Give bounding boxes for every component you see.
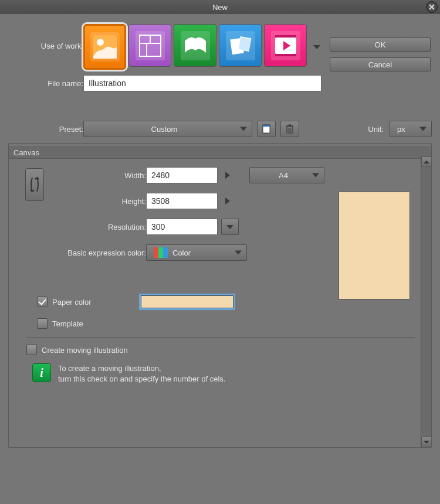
- use-of-work-label: Use of work:: [8, 42, 83, 50]
- height-label: Height:: [65, 197, 146, 206]
- resolution-dropdown[interactable]: [221, 219, 239, 235]
- color-mode-label: Basic expression color:: [65, 248, 146, 257]
- swap-arrows-icon: [29, 173, 40, 196]
- chevron-down-icon: [226, 225, 233, 229]
- help-line-2: turn this check on and specify the numbe…: [58, 374, 225, 384]
- help-text: To create a moving illustration, turn th…: [58, 363, 225, 384]
- svg-rect-7: [238, 36, 251, 51]
- scroll-down-button[interactable]: [421, 437, 432, 447]
- svg-rect-15: [289, 124, 291, 125]
- chevron-down-icon: [240, 127, 247, 131]
- svg-rect-12: [263, 125, 270, 127]
- use-of-work-tabs: [83, 23, 324, 69]
- color-mode-value: Color: [172, 248, 191, 257]
- paper-color-label: Paper color: [52, 298, 91, 307]
- preset-delete-button[interactable]: [280, 121, 299, 137]
- chevron-down-icon: [235, 251, 242, 255]
- trash-icon: [285, 124, 295, 134]
- unit-value: px: [397, 125, 405, 134]
- preset-value: Custom: [151, 125, 178, 134]
- width-arrow-button[interactable]: [221, 167, 234, 183]
- use-tab-book[interactable]: [174, 24, 216, 67]
- chevron-down-icon: [313, 45, 320, 49]
- info-icon: i: [32, 363, 51, 382]
- use-tab-animation[interactable]: [264, 24, 307, 67]
- moving-illustration-label: Create moving illustration: [42, 346, 128, 355]
- height-input[interactable]: [146, 193, 218, 209]
- svg-rect-10: [275, 54, 296, 56]
- help-line-1: To create a moving illustration,: [58, 363, 225, 374]
- color-mode-dropdown[interactable]: Color: [146, 244, 247, 261]
- close-button[interactable]: [426, 1, 438, 13]
- chevron-down-icon: [424, 441, 429, 444]
- file-name-label: File name:: [8, 79, 83, 88]
- preset-label: Preset:: [8, 125, 83, 134]
- close-icon: [429, 4, 435, 10]
- template-label: Template: [52, 319, 83, 328]
- arrow-right-icon: [225, 197, 230, 205]
- swap-dimensions-button[interactable]: [25, 168, 44, 201]
- title-bar: New: [0, 0, 440, 14]
- arrow-right-icon: [225, 172, 230, 179]
- chevron-down-icon: [419, 127, 427, 131]
- resolution-input[interactable]: [146, 219, 218, 235]
- preset-save-button[interactable]: [257, 121, 276, 137]
- svg-rect-14: [286, 125, 293, 127]
- svg-rect-9: [275, 35, 296, 38]
- height-arrow-button[interactable]: [221, 193, 234, 209]
- file-name-input[interactable]: [83, 75, 321, 91]
- dialog-body: Use of work: OK Cancel File name:: [0, 14, 440, 504]
- document-icon: [261, 124, 272, 134]
- paper-size-value: A4: [279, 171, 288, 180]
- template-checkbox[interactable]: [37, 318, 48, 329]
- canvas-preview: [339, 192, 410, 299]
- moving-illustration-checkbox[interactable]: [26, 345, 37, 355]
- divider: [26, 337, 415, 338]
- use-tab-dropdown[interactable]: [309, 24, 324, 70]
- unit-label: Unit:: [309, 125, 384, 134]
- use-tab-illustration[interactable]: [83, 24, 126, 70]
- ok-button[interactable]: OK: [330, 38, 431, 52]
- use-tab-comic[interactable]: [128, 24, 171, 67]
- canvas-group-title: Canvas: [9, 146, 431, 159]
- paper-color-checkbox[interactable]: [37, 297, 48, 307]
- paper-color-swatch[interactable]: [139, 294, 235, 310]
- svg-point-1: [97, 39, 104, 46]
- preset-dropdown[interactable]: Custom: [83, 121, 252, 137]
- window-title: New: [212, 3, 228, 12]
- rgb-chips-icon: [154, 247, 168, 258]
- width-label: Width:: [65, 171, 146, 180]
- use-tab-print[interactable]: [219, 24, 262, 67]
- canvas-group: Canvas Width: A4 Heigh: [8, 143, 432, 448]
- chevron-down-icon: [312, 173, 319, 178]
- unit-dropdown[interactable]: px: [390, 121, 432, 137]
- width-input[interactable]: [146, 167, 218, 183]
- resolution-label: Resolution:: [65, 223, 146, 231]
- cancel-button[interactable]: Cancel: [330, 57, 431, 71]
- paper-size-dropdown[interactable]: A4: [249, 167, 324, 183]
